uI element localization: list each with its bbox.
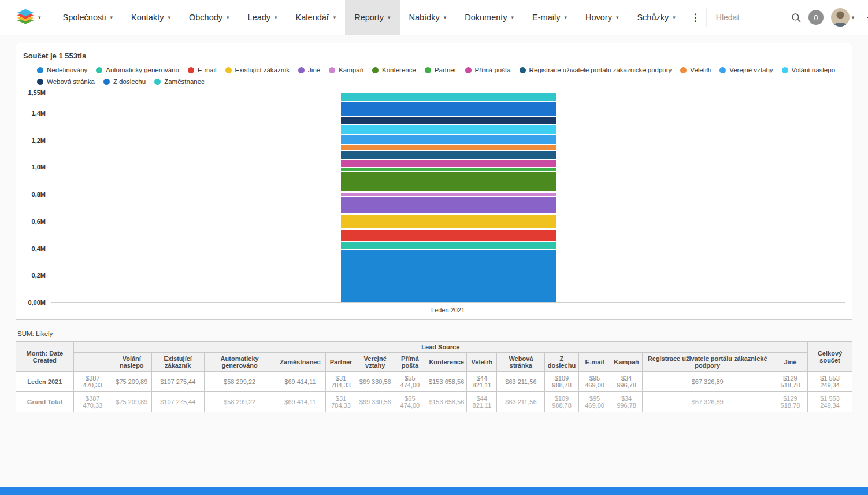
legend-item-veletrh[interactable]: Veletrh — [680, 67, 711, 73]
col-header-webova-stranka: Webová stránka — [497, 353, 545, 372]
chevron-down-icon: ▾ — [168, 15, 170, 20]
plot-area — [51, 93, 845, 303]
cell-value: $387 470,33 — [73, 372, 112, 392]
legend-label: Verejné vztahy — [729, 67, 773, 73]
legend-label: E-mail — [198, 67, 217, 73]
chevron-down-icon: ▾ — [275, 15, 277, 20]
legend-swatch-icon — [425, 67, 431, 73]
cell-value: $58 299,22 — [204, 372, 275, 392]
legend-item-webova-stranka[interactable]: Webová stránka — [37, 78, 95, 85]
legend-item-verejne-vztahy[interactable]: Verejné vztahy — [719, 67, 773, 73]
bar-segment-prima-posta[interactable] — [341, 160, 556, 168]
bar-segment-veletrh[interactable] — [341, 145, 556, 151]
chevron-down-icon: ▾ — [444, 15, 447, 20]
legend-item-jine[interactable]: Jiné — [298, 67, 320, 73]
nav-item-label: Společnosti — [63, 13, 106, 22]
nav-item-reporty[interactable]: Reporty▾ — [345, 0, 399, 35]
bar-segment-zamestnanec[interactable] — [341, 93, 556, 102]
col-header-jine: Jiné — [773, 353, 807, 372]
col-header-total: Celkový součet — [808, 342, 852, 372]
cell-value: $63 211,56 — [497, 392, 545, 412]
sum-label: SUM: Likely — [17, 330, 852, 337]
bar-segment-registrace-uzivatele-portalu-zakaznicke-podpory[interactable] — [341, 151, 556, 160]
bar-segment-z-doslechu[interactable] — [341, 102, 556, 117]
more-menu-icon[interactable]: ⋮ — [685, 12, 706, 24]
stacked-bar — [341, 93, 556, 302]
bar-segment-partner[interactable] — [341, 168, 556, 172]
bar-segment-existujici-zakaznik[interactable] — [341, 215, 556, 229]
search-input[interactable] — [716, 13, 791, 22]
cell-value: $95 469,00 — [578, 372, 611, 392]
legend-item-e-mail[interactable]: E-mail — [188, 67, 217, 73]
legend-label: Zaměstnanec — [164, 78, 205, 85]
nav-item-spolecnosti[interactable]: Společnosti▾ — [54, 0, 123, 35]
legend-label: Volání naslepo — [792, 67, 835, 73]
cell-value: $153 658,56 — [426, 392, 467, 412]
cell-value: $34 996,78 — [611, 392, 642, 412]
row-total: $1 553 249,34 — [808, 392, 852, 412]
legend-item-automaticky-generovano[interactable]: Automaticky generováno — [96, 67, 179, 73]
chevron-down-icon: ▾ — [38, 15, 41, 20]
nav-item-e-maily[interactable]: E-maily▾ — [523, 0, 576, 35]
notification-badge[interactable]: 0 — [808, 10, 824, 25]
search-icon[interactable] — [791, 13, 801, 23]
legend-item-z-doslechu[interactable]: Z doslechu — [103, 78, 146, 85]
nav-item-leady[interactable]: Leady▾ — [239, 0, 287, 35]
legend-item-zamestnanec[interactable]: Zaměstnanec — [154, 78, 205, 85]
legend-item-kampan[interactable]: Kampaň — [329, 67, 363, 73]
bar-segment-verejne-vztahy[interactable] — [341, 135, 556, 145]
search-box — [706, 8, 801, 27]
nav-item-schuzky[interactable]: Schůzky▾ — [628, 0, 684, 35]
nav-item-dokumenty[interactable]: Dokumenty▾ — [455, 0, 523, 35]
nav-item-kalendar[interactable]: Kalendář▾ — [287, 0, 346, 35]
x-axis-label: Leden 2021 — [51, 306, 845, 313]
legend-swatch-icon — [520, 67, 526, 73]
legend-item-konference[interactable]: Konference — [372, 67, 416, 73]
nav-item-label: Kalendář — [296, 13, 329, 22]
legend-swatch-icon — [782, 67, 788, 73]
chevron-down-icon: ▾ — [564, 15, 567, 20]
col-header-blank — [73, 353, 112, 372]
legend-swatch-icon — [154, 79, 161, 85]
nav-item-nabidky[interactable]: Nabídky▾ — [400, 0, 456, 35]
col-header-z-doslechu: Z doslechu — [545, 353, 578, 372]
cell-value: $67 326,89 — [642, 372, 773, 392]
cell-value: $55 474,00 — [394, 392, 426, 412]
row-label: Grand Total — [16, 392, 74, 412]
chart-region: 0,00M0,2M0,4M0,6M0,8M1,0M1,2M1,4M1,55M — [23, 93, 845, 303]
legend-item-volani-naslepo[interactable]: Volání naslepo — [782, 67, 835, 73]
chevron-down-icon: ▾ — [333, 15, 336, 20]
legend-item-partner[interactable]: Partner — [425, 67, 457, 73]
bar-segment-webova-stranka[interactable] — [341, 117, 556, 125]
col-header-registrace-uzivatele-portalu-zakaznicke-podpory: Registrace uživatele portálu zákaznické … — [642, 353, 773, 372]
app-logo[interactable]: ▾ — [16, 8, 41, 27]
bar-segment-automaticky-generovano[interactable] — [341, 242, 556, 250]
bar-segment-konference[interactable] — [341, 172, 556, 193]
bar-segment-volani-naslepo[interactable] — [341, 125, 556, 136]
legend-swatch-icon — [37, 67, 43, 73]
nav-item-hovory[interactable]: Hovory▾ — [576, 0, 628, 35]
legend-swatch-icon — [298, 67, 305, 73]
nav-item-kontakty[interactable]: Kontakty▾ — [122, 0, 180, 35]
legend-label: Kampaň — [339, 67, 363, 73]
legend-item-registrace-uzivatele-portalu-zakaznicke-podpory[interactable]: Registrace uživatele portálu zákaznické … — [520, 67, 672, 73]
bar-segment-jine[interactable] — [341, 197, 556, 215]
cell-value: $387 470,33 — [73, 392, 112, 412]
nav-item-obchody[interactable]: Obchody▾ — [180, 0, 239, 35]
bar-segment-nedefinovany[interactable] — [341, 250, 556, 302]
chevron-down-icon: ▾ — [227, 15, 229, 20]
legend-item-prima-posta[interactable]: Přímá pošta — [465, 67, 511, 73]
user-menu[interactable]: ▾ — [831, 8, 855, 27]
legend-item-existujici-zakaznik[interactable]: Existující zákazník — [225, 67, 290, 73]
row-label: Leden 2021 — [16, 372, 74, 392]
bar-segment-kampan[interactable] — [341, 193, 556, 197]
y-axis-tick-label: 1,0M — [32, 164, 46, 171]
legend-label: Webová stránka — [47, 78, 95, 85]
col-header-partner: Partner — [325, 353, 357, 372]
table-row: Grand Total$387 470,33$75 209,89$107 275… — [16, 392, 852, 412]
bar-segment-e-mail[interactable] — [341, 230, 556, 242]
cell-value: $69 330,56 — [357, 372, 394, 392]
legend-item-nedefinovany[interactable]: Nedefinovány — [37, 67, 87, 73]
nav-right: 0 ▾ + — [706, 8, 868, 27]
legend-label: Nedefinovány — [47, 67, 87, 73]
